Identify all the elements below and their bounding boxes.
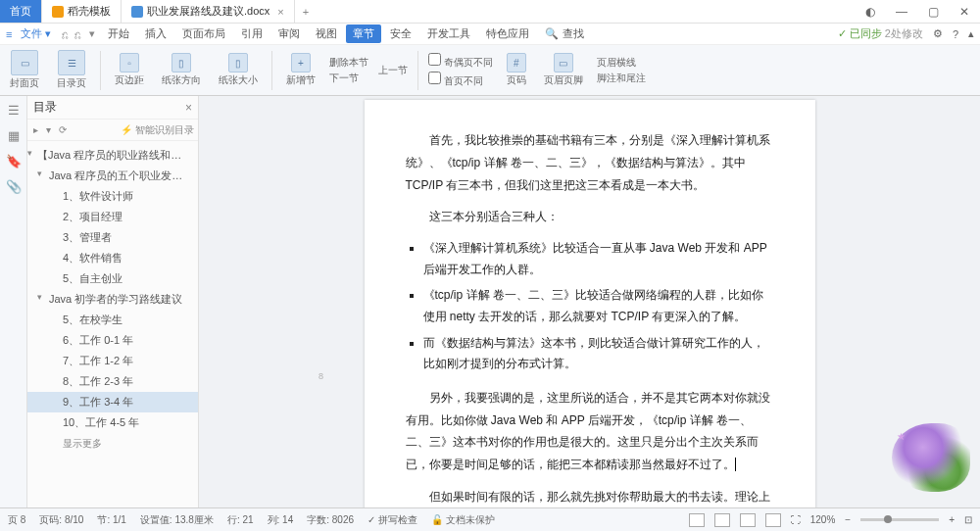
ribbon-nextsection[interactable]: 下一节: [329, 72, 368, 85]
status-pagecount[interactable]: 页码: 8/10: [39, 513, 83, 527]
text-cursor: [735, 458, 736, 471]
user-icon[interactable]: ◐: [855, 0, 886, 24]
add-tab-button[interactable]: +: [295, 6, 317, 18]
menu-redo[interactable]: ⎌: [73, 28, 83, 40]
view-print-button[interactable]: [689, 513, 705, 527]
menu-chapter[interactable]: 章节: [346, 24, 381, 43]
status-page[interactable]: 页 8: [8, 513, 25, 527]
outline-item[interactable]: 6、工作 0-1 年: [27, 330, 198, 351]
ribbon-toc[interactable]: ☰目录页: [53, 48, 90, 92]
cover-icon: ▭: [11, 50, 38, 75]
tree-toggle-icon[interactable]: ▾: [37, 292, 42, 302]
sync-status[interactable]: ✓ 已同步 2处修改: [838, 26, 923, 41]
view-web-button[interactable]: [740, 513, 756, 527]
outline-collapse-icon[interactable]: ▸: [31, 123, 40, 136]
menu-devtools[interactable]: 开发工具: [420, 24, 477, 43]
separator: [271, 51, 272, 90]
zoom-in-button[interactable]: +: [949, 514, 955, 525]
menu-references[interactable]: 引用: [234, 24, 270, 43]
paragraph: 首先，我比较推崇的基础书籍有三本，分别是《深入理解计算机系统》、《tcp/ip …: [406, 129, 774, 196]
outline-item-label: 2、项目经理: [63, 211, 122, 222]
app-menu-icon[interactable]: ≡: [6, 28, 12, 40]
status-spellcheck[interactable]: ✓ 拼写检查: [368, 513, 417, 527]
tab-home[interactable]: 首页: [0, 0, 42, 23]
outline-close-icon[interactable]: ×: [185, 101, 192, 115]
maximize-button[interactable]: ▢: [917, 0, 949, 24]
tab-template[interactable]: 稻壳模板: [42, 0, 122, 23]
outline-item[interactable]: ▾【Java 程序员的职业路线和个人发展…: [27, 145, 198, 166]
outline-item[interactable]: 5、自主创业: [27, 268, 198, 289]
outline-item[interactable]: 9、工作 3-4 年: [27, 392, 198, 412]
status-protect[interactable]: 🔓 文档未保护: [431, 513, 495, 527]
status-section[interactable]: 节: 1/1: [97, 513, 125, 527]
status-wordcount[interactable]: 字数: 8026: [307, 513, 354, 527]
ribbon-orientation[interactable]: ▯纸张方向: [158, 51, 205, 89]
ribbon-cover[interactable]: ▭封面页: [6, 48, 43, 92]
outline-item[interactable]: 7、工作 1-2 年: [27, 351, 198, 371]
outline-expand-icon[interactable]: ▾: [44, 123, 53, 136]
document-viewport[interactable]: 8 首先，我比较推崇的基础书籍有三本，分别是《深入理解计算机系统》、《tcp/i…: [199, 96, 980, 507]
zoom-out-button[interactable]: −: [845, 514, 851, 525]
chk-oddeven[interactable]: 奇偶页不同: [428, 53, 493, 70]
menu-special[interactable]: 特色应用: [479, 24, 536, 43]
settings-icon[interactable]: ⚙: [933, 27, 943, 40]
close-button[interactable]: ✕: [949, 0, 980, 24]
menu-review[interactable]: 审阅: [271, 24, 307, 43]
help-icon[interactable]: ?: [953, 28, 958, 40]
zoom-thumb[interactable]: [884, 515, 892, 523]
tree-toggle-icon[interactable]: ▾: [37, 169, 42, 178]
menu-insert[interactable]: 插入: [138, 24, 173, 43]
menu-file[interactable]: 文件 ▾: [14, 24, 58, 43]
outline-item[interactable]: ▾Java 初学者的学习路线建议: [27, 289, 198, 310]
menu-security[interactable]: 安全: [383, 24, 418, 43]
ribbon-headerfooter[interactable]: ▭页眉页脚: [540, 51, 587, 89]
ribbon-headerline[interactable]: 页眉横线: [597, 56, 646, 70]
outline-item[interactable]: 2、项目经理: [27, 207, 198, 227]
outline-refresh-icon[interactable]: ⟳: [57, 123, 69, 136]
view-outline-button[interactable]: [765, 513, 781, 527]
ribbon-pagenum[interactable]: #页码: [503, 51, 530, 89]
margins-icon: ▫: [120, 53, 139, 72]
outline-item[interactable]: 1、软件设计师: [27, 186, 198, 207]
chk-firstpage[interactable]: 首页不同: [428, 72, 493, 88]
ribbon-delsection[interactable]: 删除本节: [329, 56, 368, 70]
outline-item[interactable]: ▾Java 程序员的五个职业发展方向: [27, 166, 198, 186]
outline-item[interactable]: 4、软件销售: [27, 248, 198, 268]
zoom-label[interactable]: 120%: [810, 514, 836, 525]
view-read-button[interactable]: [714, 513, 730, 527]
close-icon[interactable]: ×: [277, 6, 283, 18]
menu-layout[interactable]: 页面布局: [175, 24, 232, 43]
menu-find[interactable]: 🔍 查找: [538, 24, 590, 43]
ribbon-addsection[interactable]: +新增节: [282, 51, 319, 89]
thumbnail-icon[interactable]: ▦: [6, 127, 22, 143]
document-page[interactable]: 首先，我比较推崇的基础书籍有三本，分别是《深入理解计算机系统》、《tcp/ip …: [365, 100, 815, 507]
separator: [417, 51, 418, 90]
bullet-list: 《深入理解计算机系统》比较适合一直从事 Java Web 开发和 APP 后端开…: [423, 238, 774, 375]
smart-toc[interactable]: ⚡ 智能识别目录: [121, 123, 194, 137]
attach-icon[interactable]: 📎: [6, 178, 22, 194]
outline-item[interactable]: 3、管理者: [27, 227, 198, 248]
tab-template-label: 稻壳模板: [68, 4, 111, 19]
outline-show-more[interactable]: 显示更多: [27, 433, 198, 455]
outline-item[interactable]: 8、工作 2-3 年: [27, 371, 198, 392]
minimize-button[interactable]: —: [886, 0, 917, 24]
zoom-fit-icon[interactable]: ⊡: [964, 514, 972, 525]
menu-view[interactable]: 视图: [309, 24, 344, 43]
ribbon-prevsection[interactable]: 上一节: [378, 64, 408, 77]
outline-item[interactable]: 5、在校学生: [27, 310, 198, 330]
tree-toggle-icon[interactable]: ▾: [27, 148, 32, 158]
menu-undo[interactable]: ⎌: [60, 28, 71, 40]
bookmark-icon[interactable]: 🔖: [6, 153, 22, 169]
menu-more[interactable]: ▾: [85, 27, 99, 40]
menu-start[interactable]: 开始: [101, 24, 136, 43]
tab-document[interactable]: 职业发展路线及建议.docx×: [122, 0, 295, 23]
ribbon-footnote[interactable]: 脚注和尾注: [597, 72, 646, 85]
outline-item[interactable]: 10、工作 4-5 年: [27, 412, 198, 433]
ribbon-margins[interactable]: ▫页边距: [111, 51, 148, 89]
collapse-ribbon-icon[interactable]: ▴: [968, 27, 974, 40]
zoom-slider[interactable]: [860, 518, 939, 521]
ribbon-papersize[interactable]: ▯纸张大小: [215, 51, 262, 89]
fullscreen-icon[interactable]: ⛶: [791, 514, 801, 525]
assistant-mascot[interactable]: [892, 423, 970, 492]
outline-toggle-icon[interactable]: ☰: [6, 102, 22, 118]
